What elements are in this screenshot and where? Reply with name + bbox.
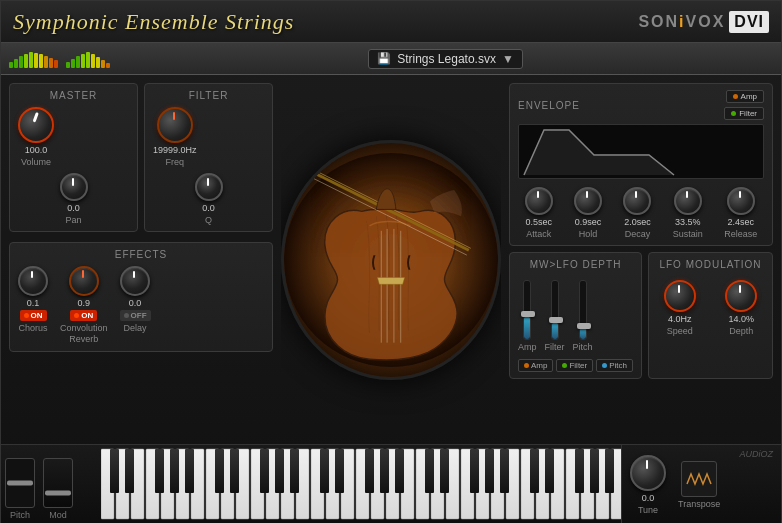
filter-slider-label: Filter [545, 342, 565, 352]
plugin-container: Symphonic Ensemble Strings SONiVOX DVI [0, 0, 782, 523]
hold-value: 0.9sec [575, 217, 602, 227]
bottom-right-controls: 0.0 Tune Transpose AUDiOZ [621, 445, 781, 523]
mw-lfo-section: MW>LFO DEPTH Amp [509, 252, 642, 379]
pitch-slider[interactable] [579, 280, 587, 340]
lfo-filter-button[interactable]: Filter [556, 359, 593, 372]
pan-row: 0.0 Pan [18, 173, 129, 225]
release-knob[interactable] [727, 187, 755, 215]
pitch-thumb [7, 481, 33, 486]
mod-label: Mod [49, 510, 67, 520]
svg-rect-47 [155, 449, 164, 493]
pitch-slider-label: Pitch [573, 342, 593, 352]
q-row: 0.0 Q [153, 173, 264, 225]
svg-rect-50 [215, 449, 224, 493]
attack-name: Attack [526, 229, 551, 239]
chorus-group: 0.1 ON Chorus [18, 266, 48, 333]
env-buttons: Amp Filter [724, 90, 764, 120]
attack-knob[interactable] [525, 187, 553, 215]
lfo-mod-label: LFO MODULATION [657, 259, 764, 270]
violin-svg [284, 150, 498, 370]
svg-marker-8 [524, 130, 674, 175]
sustain-group: 33.5% Sustain [673, 187, 703, 239]
q-name: Q [205, 215, 212, 225]
pitch-slider-group: Pitch [573, 280, 593, 352]
svg-rect-61 [440, 449, 449, 493]
svg-rect-64 [500, 449, 509, 493]
chorus-toggle[interactable]: ON [20, 310, 47, 321]
toolbar: 💾 Strings Legato.svx ▼ [1, 43, 781, 75]
delay-toggle[interactable]: OFF [120, 310, 151, 321]
decay-value: 2.0sec [624, 217, 651, 227]
svg-rect-68 [590, 449, 599, 493]
svg-rect-51 [230, 449, 239, 493]
svg-rect-60 [425, 449, 434, 493]
lfo-pitch-button[interactable]: Pitch [596, 359, 633, 372]
sustain-value: 33.5% [675, 217, 701, 227]
pitch-wheel[interactable] [5, 458, 35, 508]
top-sections: MASTER 100.0 Volume [9, 83, 273, 232]
svg-rect-66 [545, 449, 554, 493]
tune-knob[interactable] [630, 455, 666, 491]
chorus-knob[interactable] [18, 266, 48, 296]
svg-rect-49 [185, 449, 194, 493]
header: Symphonic Ensemble Strings SONiVOX DVI [1, 1, 781, 43]
env-knobs-row: 0.5sec Attack 0.9sec Hold [518, 187, 764, 239]
speed-value: 4.0Hz [668, 314, 692, 324]
svg-rect-65 [530, 449, 539, 493]
attack-value: 0.5sec [525, 217, 552, 227]
pan-name: Pan [65, 215, 81, 225]
filter-knob-row: 19999.0Hz Freq [153, 107, 264, 167]
q-value: 0.0 [202, 203, 215, 213]
q-knob[interactable] [195, 173, 223, 201]
plugin-title: Symphonic Ensemble Strings [13, 9, 294, 35]
depth-group: 14.0% Depth [725, 280, 757, 336]
volume-knob[interactable] [18, 107, 54, 143]
volume-name: Volume [21, 157, 51, 167]
svg-rect-54 [290, 449, 299, 493]
lfo-amp-btn-dot [524, 363, 529, 368]
sustain-knob[interactable] [674, 187, 702, 215]
keys-container: // This will be rendered by inline gener… [101, 445, 621, 523]
filter-slider[interactable] [551, 280, 559, 340]
svg-rect-53 [275, 449, 284, 493]
lfo-amp-button[interactable]: Amp [518, 359, 553, 372]
preset-selector[interactable]: 💾 Strings Legato.svx ▼ [368, 49, 523, 69]
lfo-area: MW>LFO DEPTH Amp [509, 252, 773, 379]
mw-lfo-label: MW>LFO DEPTH [518, 259, 633, 270]
depth-knob[interactable] [725, 280, 757, 312]
delay-knob[interactable] [120, 266, 150, 296]
delay-name: Delay [124, 323, 147, 333]
amp-slider[interactable] [523, 280, 531, 340]
speed-name: Speed [667, 326, 693, 336]
freq-knob[interactable] [157, 107, 193, 143]
envelope-header: ENVELOPE Amp Filter [518, 90, 764, 120]
pitch-slider-container: Pitch [5, 458, 35, 520]
filter-section: FILTER 19999.0Hz Freq [144, 83, 273, 232]
q-group: 0.0 Q [153, 173, 264, 225]
svg-rect-48 [170, 449, 179, 493]
speed-knob[interactable] [664, 280, 696, 312]
speed-group: 4.0Hz Speed [664, 280, 696, 336]
svg-rect-69 [605, 449, 614, 493]
reverb-toggle[interactable]: ON [70, 310, 97, 321]
attack-group: 0.5sec Attack [525, 187, 553, 239]
env-amp-dot [733, 94, 738, 99]
hold-knob[interactable] [574, 187, 602, 215]
sliders-row: Amp Filter [518, 276, 633, 356]
env-filter-button[interactable]: Filter [724, 107, 764, 120]
transpose-icon[interactable] [681, 461, 717, 497]
transpose-group: Transpose [678, 461, 720, 509]
pan-knob[interactable] [60, 173, 88, 201]
env-amp-button[interactable]: Amp [726, 90, 764, 103]
svg-rect-46 [125, 449, 134, 493]
tune-name: Tune [638, 505, 658, 515]
depth-value: 14.0% [728, 314, 754, 324]
mod-wheel[interactable] [43, 458, 73, 508]
delay-group: 0.0 OFF Delay [120, 266, 151, 333]
tune-value: 0.0 [642, 493, 655, 503]
decay-knob[interactable] [623, 187, 651, 215]
svg-rect-55 [320, 449, 329, 493]
effects-label: EFFECTS [18, 249, 264, 260]
volume-value: 100.0 [25, 145, 48, 155]
reverb-knob[interactable] [69, 266, 99, 296]
